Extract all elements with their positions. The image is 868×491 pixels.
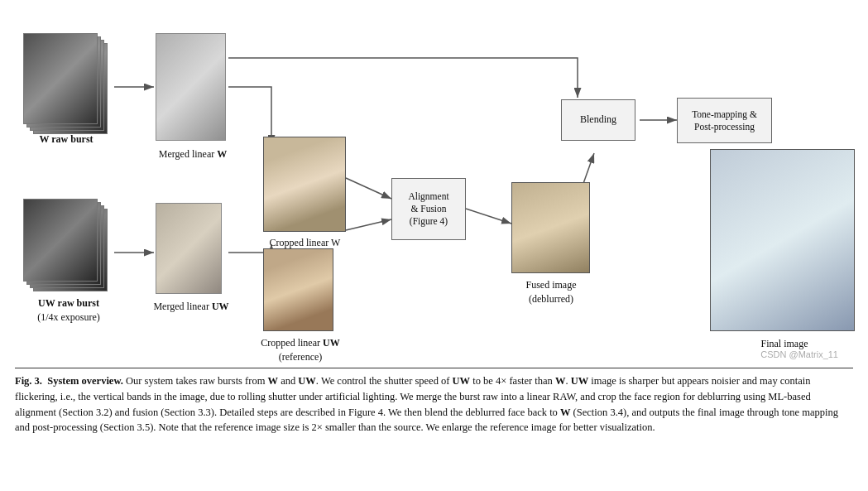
caption-body: Our system takes raw bursts from W and U… [15, 375, 838, 433]
page: W raw burst Merged linear W UW raw burst… [0, 0, 868, 444]
caption-title: System overview. [47, 375, 123, 387]
watermark: CSDN @Matrix_11 [760, 349, 838, 359]
cropped-linear-uw-image [263, 248, 333, 331]
fused-image-label: Fused image (deblurred) [506, 278, 596, 306]
blending-label: Blending [580, 113, 616, 127]
w-raw-burst-label: W raw burst [25, 132, 108, 147]
fig-label: Fig. 3. [15, 375, 42, 387]
merged-linear-uw-image [156, 203, 222, 294]
final-image [710, 149, 855, 331]
alignment-fusion-box: Alignment & Fusion (Figure 4) [391, 178, 466, 240]
caption-text: Fig. 3. System overview. Our system take… [15, 373, 853, 436]
blending-box: Blending [561, 99, 635, 141]
svg-line-5 [466, 209, 511, 224]
merged-linear-w-label: Merged linear W [151, 147, 234, 161]
uw-raw-burst-label: UW raw burst (1/4x exposure) [23, 296, 114, 325]
caption-area: Fig. 3. System overview. Our system take… [15, 368, 853, 436]
diagram-area: W raw burst Merged linear W UW raw burst… [15, 8, 853, 364]
cropped-linear-w-image [263, 137, 346, 232]
tone-mapping-box: Tone-mapping & Post-processing [677, 98, 772, 143]
svg-line-3 [346, 178, 391, 199]
cropped-linear-uw-label: Cropped linear UW (reference) [259, 336, 342, 364]
svg-line-4 [346, 219, 391, 230]
alignment-fusion-label: Alignment & Fusion (Figure 4) [408, 190, 448, 228]
merged-linear-w-image [156, 33, 226, 141]
merged-linear-uw-label: Merged linear UW [150, 300, 233, 314]
tone-mapping-label: Tone-mapping & Post-processing [692, 108, 757, 133]
fused-image [511, 182, 590, 273]
